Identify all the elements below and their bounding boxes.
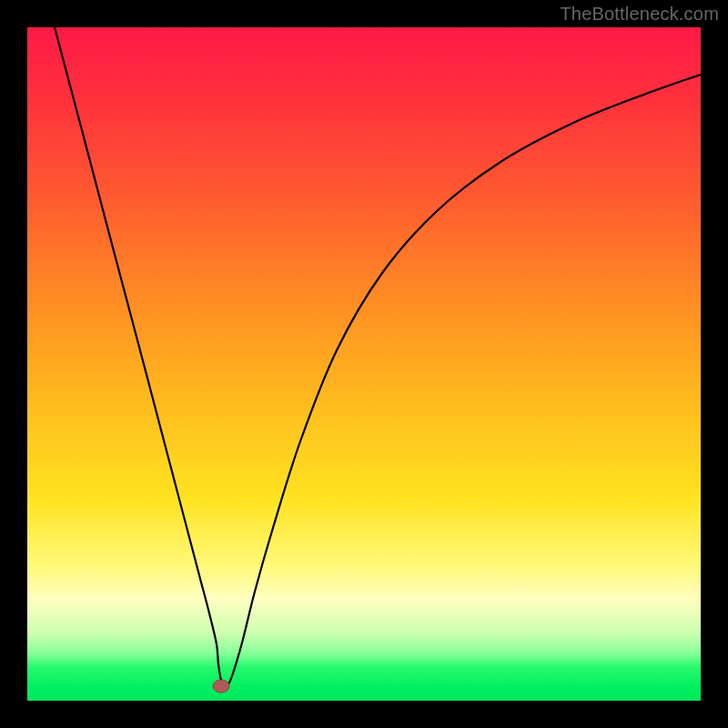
- bottleneck-curve-path: [55, 27, 701, 686]
- min-marker: [213, 680, 229, 693]
- plot-area: [27, 27, 701, 701]
- chart-frame: TheBottleneck.com: [0, 0, 728, 728]
- bottleneck-curve-svg: [27, 27, 701, 701]
- watermark-text: TheBottleneck.com: [560, 4, 719, 25]
